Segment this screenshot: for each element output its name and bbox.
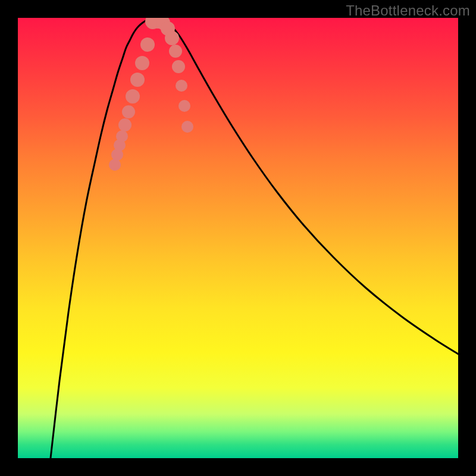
data-dot (140, 37, 155, 52)
data-dot (172, 60, 185, 73)
data-dot (178, 100, 190, 112)
data-dot (169, 45, 182, 58)
data-dot (126, 89, 140, 104)
data-dot (130, 73, 145, 87)
chart-svg (18, 18, 458, 458)
data-dot (109, 159, 121, 171)
data-dot (181, 121, 193, 133)
data-dot (176, 80, 187, 92)
chart-frame: TheBottleneck.com (0, 0, 476, 476)
data-dot (165, 31, 179, 45)
data-dot (135, 56, 149, 70)
data-dot (122, 105, 135, 118)
data-dot (116, 130, 128, 142)
bottleneck-curve (51, 18, 458, 458)
plot-area (18, 18, 458, 458)
watermark-label: TheBottleneck.com (346, 2, 470, 19)
data-dot (118, 118, 131, 131)
